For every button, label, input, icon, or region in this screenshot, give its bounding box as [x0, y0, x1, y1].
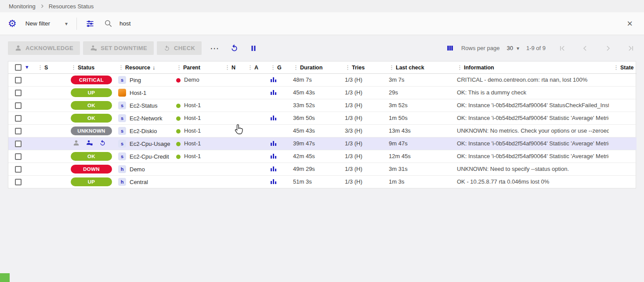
next-page-button[interactable] — [603, 43, 613, 54]
resource-name[interactable]: Demo — [130, 166, 145, 172]
row-checkbox[interactable] — [15, 166, 22, 173]
check-button[interactable]: CHECK — [157, 41, 202, 55]
host-custom-icon — [118, 89, 126, 97]
resource-name[interactable]: Host-1 — [130, 89, 146, 96]
duration-cell: 51m 3s — [289, 175, 340, 188]
table-row[interactable]: OK sEc2-Status Host-1 33m 52s 1/3 (H) 3m… — [8, 99, 637, 112]
parent-status-dot — [176, 78, 181, 83]
corner-widget[interactable] — [0, 273, 10, 282]
tries-cell: 1/3 (H) — [340, 150, 384, 163]
graph-icon[interactable] — [270, 165, 277, 172]
graph-icon[interactable] — [270, 114, 277, 121]
row-checkbox[interactable] — [15, 77, 22, 83]
resource-name[interactable]: Ping — [130, 76, 141, 83]
tune-filters-icon[interactable] — [86, 19, 94, 28]
select-all-checkbox[interactable] — [15, 64, 22, 71]
table-row[interactable]: UP Host-1 45m 43s 1/3 (H) 29s OK: This i… — [8, 86, 637, 99]
column-header-g[interactable]: ⋮G — [266, 61, 289, 73]
breadcrumb-item-resources-status[interactable]: Resources Status — [49, 3, 94, 10]
person-icon — [14, 44, 22, 52]
resource-name[interactable]: Ec2-Status — [130, 102, 158, 108]
more-actions-button[interactable]: ⋯ — [206, 43, 223, 54]
table-row-hovered[interactable]: sEc2-Cpu-Usage Host-1 39m 47s 1/3 (H) 9m… — [8, 137, 637, 150]
set-downtime-button[interactable]: SET DOWNTIME — [83, 41, 154, 55]
table-row[interactable]: OK sEc2-Cpu-Credit Host-1 42m 45s 1/3 (H… — [8, 150, 637, 163]
last-check-cell: 1m 3s — [384, 175, 452, 188]
column-menu-icon[interactable]: ⋮ — [613, 64, 619, 71]
graph-icon[interactable] — [270, 76, 277, 83]
table-row[interactable]: CRITICAL sPing Demo 48m 7s 1/3 (H) 3m 7s… — [8, 73, 637, 86]
row-checkbox[interactable] — [15, 179, 22, 185]
column-menu-icon[interactable]: ⋮ — [389, 64, 394, 71]
column-header-information[interactable]: ⋮Information — [452, 61, 609, 73]
service-badge: s — [118, 76, 126, 84]
column-header-state[interactable]: ⋮State — [609, 61, 637, 73]
row-checkbox[interactable] — [15, 128, 22, 134]
table-row[interactable]: DOWN hDemo 49m 29s 1/3 (H) 3m 31s UNKNOW… — [8, 163, 637, 175]
row-checkbox[interactable] — [15, 153, 22, 160]
column-menu-icon[interactable]: ⋮ — [457, 64, 463, 71]
column-header-status[interactable]: ⋮Status — [66, 61, 114, 73]
resource-name[interactable]: Central — [130, 178, 148, 185]
column-header-resource[interactable]: ⋮Resource↓ — [114, 61, 172, 73]
column-menu-icon[interactable]: ⋮ — [118, 64, 124, 71]
column-header-last-check[interactable]: ⋮Last check — [384, 61, 452, 73]
last-check-cell: 12m 45s — [384, 150, 452, 163]
previous-page-button[interactable] — [580, 43, 590, 54]
first-page-button[interactable] — [557, 43, 568, 54]
information-cell: UNKNOWN: No metrics. Check your options … — [452, 124, 609, 137]
table-row[interactable]: OK sEc2-Network Host-1 36m 50s 1/3 (H) 1… — [8, 112, 637, 124]
resource-name[interactable]: Ec2-Cpu-Credit — [130, 153, 169, 159]
refresh-list-button[interactable] — [228, 42, 241, 54]
resources-table: ▾ ⋮S ⋮Status ⋮Resource↓ ⋮Parent ⋮N ⋮A ⋮G… — [8, 61, 637, 188]
gear-icon[interactable]: ⚙ — [8, 19, 17, 29]
acknowledge-button[interactable]: ACKNOWLEDGE — [8, 41, 80, 55]
parent-name: Demo — [184, 76, 199, 83]
row-checkbox[interactable] — [15, 115, 22, 122]
row-checkbox[interactable] — [15, 102, 22, 109]
pause-refresh-button[interactable] — [248, 43, 259, 54]
search-input[interactable] — [119, 20, 622, 27]
resource-name[interactable]: Ec2-Cpu-Usage — [130, 140, 170, 147]
service-badge: s — [118, 114, 126, 122]
column-menu-icon[interactable]: ⋮ — [247, 64, 253, 71]
column-header-tries[interactable]: ⋮Tries — [340, 61, 384, 73]
resource-name[interactable]: Ec2-Diskio — [130, 127, 157, 134]
rows-per-page-select[interactable]: 30 ▾ — [507, 45, 519, 51]
column-header-parent[interactable]: ⋮Parent — [172, 61, 220, 73]
filter-bar: ⚙ New filter ▾ × — [0, 12, 644, 35]
graph-icon[interactable] — [270, 152, 277, 159]
column-menu-icon[interactable]: ⋮ — [345, 64, 351, 71]
row-checkbox[interactable] — [15, 141, 22, 147]
column-menu-icon[interactable]: ⋮ — [71, 64, 76, 71]
table-row[interactable]: UNKNOWN sEc2-Diskio Host-1 45m 43s 3/3 (… — [8, 124, 637, 137]
acknowledge-icon[interactable] — [72, 139, 80, 147]
graph-icon[interactable] — [270, 89, 277, 95]
graph-icon[interactable] — [270, 140, 277, 146]
column-header-n[interactable]: ⋮N — [220, 61, 243, 73]
resource-name[interactable]: Ec2-Network — [130, 115, 162, 121]
edit-columns-icon[interactable] — [446, 44, 454, 52]
filter-select[interactable]: New filter ▾ — [23, 18, 72, 29]
column-menu-icon[interactable]: ⋮ — [270, 64, 276, 71]
state-cell — [609, 175, 637, 188]
row-checkbox[interactable] — [15, 90, 22, 96]
parent-name: Host-1 — [184, 102, 201, 108]
check-now-icon[interactable] — [99, 139, 106, 147]
graph-icon[interactable] — [270, 178, 277, 184]
selection-menu-caret-icon[interactable]: ▾ — [25, 64, 29, 70]
table-row[interactable]: UP hCentral 51m 3s 1/3 (H) 1m 3s OK - 10… — [8, 175, 637, 188]
column-menu-icon[interactable]: ⋮ — [224, 64, 230, 71]
clear-search-icon[interactable]: × — [627, 19, 633, 29]
column-menu-icon[interactable]: ⋮ — [37, 64, 43, 71]
set-downtime-icon[interactable] — [86, 139, 93, 147]
column-header-duration[interactable]: ⋮Duration — [289, 61, 340, 73]
last-page-button[interactable] — [626, 43, 636, 54]
tries-cell: 1/3 (H) — [340, 99, 384, 112]
column-menu-icon[interactable]: ⋮ — [293, 64, 299, 71]
column-menu-icon[interactable]: ⋮ — [176, 64, 182, 71]
column-header-s[interactable]: ⋮S — [33, 61, 66, 73]
column-header-a[interactable]: ⋮A — [243, 61, 266, 73]
state-cell — [609, 112, 637, 124]
breadcrumb-item-monitoring[interactable]: Monitoring — [9, 3, 36, 10]
